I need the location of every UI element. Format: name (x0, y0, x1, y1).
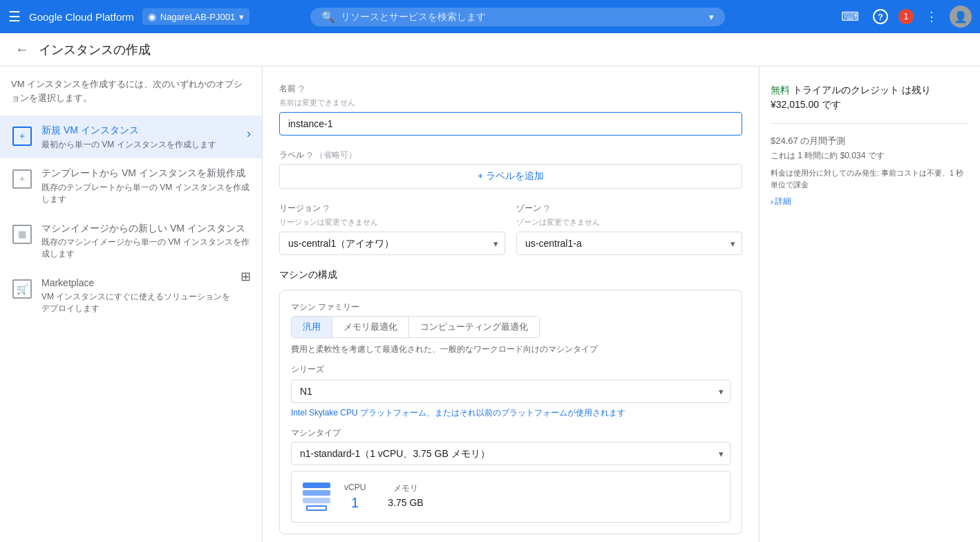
machine-type-preview: vCPU 1 メモリ 3.75 GB (291, 471, 731, 523)
machine-type-select[interactable]: n1-standard-1（1 vCPU、3.75 GB メモリ） (291, 442, 731, 465)
cloud-shell-button[interactable]: ⌨ (838, 4, 863, 29)
search-input[interactable] (341, 11, 704, 22)
sidebar-item-from-image-title: マシンイメージからの新しい VM インスタンス (41, 222, 251, 236)
machine-config-card: マシン ファミリー 汎用 メモリ最適化 コンピューティング最適化 費用と柔軟性を… (279, 290, 742, 534)
sidebar-item-marketplace-content: Marketplace VM インスタンスにすぐに使えるソリューションをデプロイ… (41, 277, 232, 315)
sidebar-item-from-template-content: テンプレートから VM インスタンスを新規作成 既存のテンプレートから単一の V… (41, 167, 251, 205)
machine-type-label: マシンタイプ (291, 427, 731, 439)
machine-icon (303, 483, 330, 511)
sidebar-intro-text: VM インスタンスを作成するには、次のいずれかのオプションを選択します。 (0, 77, 262, 115)
sidebar-item-new-vm-icon: ＋ (11, 125, 33, 147)
more-options-button[interactable]: ⋮ (919, 4, 944, 29)
project-selector[interactable]: ◉ NagareLAB-PJ001 ▾ (142, 8, 249, 25)
tab-hint: 費用と柔軟性を考慮して最適化された、一般的なワークロード向けのマシンタイプ (291, 344, 731, 355)
top-navigation: ☰ Google Cloud Platform ◉ NagareLAB-PJ00… (0, 0, 980, 33)
pricing-suffix: です (822, 99, 841, 110)
more-options-icon: ⋮ (925, 9, 938, 24)
add-label-button[interactable]: + ラベルを追加 (279, 164, 742, 189)
cloud-shell-icon: ⌨ (841, 9, 859, 24)
project-icon: ◉ (148, 11, 156, 22)
sidebar-item-from-image-desc: 既存のマシンイメージから単一の VM インスタンスを作成します (41, 236, 251, 260)
free-label: 無料 (771, 84, 790, 95)
main-form: 名前 ? 名前は変更できません ラベル ? （省略可） + ラベルを追加 リージ… (263, 66, 759, 542)
sidebar: VM インスタンスを作成するには、次のいずれかのオプションを選択します。 ＋ 新… (0, 66, 263, 542)
project-name: NagareLAB-PJ001 (160, 12, 235, 22)
sidebar-item-marketplace-desc: VM インスタンスにすぐに使えるソリューションをデプロイします (41, 291, 232, 315)
sidebar-item-marketplace-icon: 🛒 (11, 278, 33, 300)
region-field: リージョン ? リージョンは変更できません us-central1（アイオワ） (279, 203, 505, 255)
machine-type-select-wrapper: n1-standard-1（1 vCPU、3.75 GB メモリ） (291, 442, 731, 465)
zone-select-wrapper: us-central1-a (516, 232, 742, 255)
avatar-icon: 👤 (954, 10, 968, 24)
name-section: 名前 ? 名前は変更できません (279, 83, 742, 136)
series-select[interactable]: N1 (291, 380, 731, 403)
pricing-hourly: これは 1 時間に約 $0.034 です (771, 150, 969, 162)
region-zone-section: リージョン ? リージョンは変更できません us-central1（アイオワ） … (279, 203, 742, 255)
pricing-title: 無料 トライアルのクレジット は残り ¥32,015.00 です (771, 83, 969, 112)
zone-field: ゾーン ? ゾーンは変更できません us-central1-a (516, 203, 742, 255)
sidebar-item-new-vm-desc: 最初から単一の VM インスタンスを作成します (41, 139, 238, 151)
back-icon: ← (15, 41, 29, 57)
sidebar-item-new-vm-content: 新規 VM インスタンス 最初から単一の VM インスタンスを作成します (41, 124, 238, 150)
region-help-icon[interactable]: ? (323, 203, 329, 214)
region-select-wrapper: us-central1（アイオワ） (279, 232, 505, 255)
memory-spec: メモリ 3.75 GB (388, 483, 423, 511)
label-label: ラベル ? （省略可） (279, 149, 742, 161)
sidebar-item-from-image[interactable]: ▦ マシンイメージからの新しい VM インスタンス 既存のマシンイメージから単一… (0, 214, 262, 268)
sidebar-item-from-image-icon: ▦ (11, 223, 33, 245)
zone-label: ゾーン (516, 203, 541, 214)
help-icon: ? (873, 9, 888, 24)
sidebar-item-new-vm[interactable]: ＋ 新規 VM インスタンス 最初から単一の VM インスタンスを作成します › (0, 115, 262, 158)
tab-compute[interactable]: コンピューティング最適化 (409, 317, 539, 337)
pricing-detail-link[interactable]: › 詳細 (771, 196, 969, 207)
label-help-icon[interactable]: ? (307, 150, 312, 161)
pricing-sidebar: 無料 トライアルのクレジット は残り ¥32,015.00 です $24.67 … (759, 66, 980, 542)
series-select-wrapper: N1 (291, 380, 731, 403)
pricing-amount: ¥32,015.00 (771, 99, 819, 110)
import-icon: ⊞ (241, 269, 251, 284)
help-button[interactable]: ? (868, 4, 893, 29)
region-select[interactable]: us-central1（アイオワ） (279, 232, 505, 255)
back-button[interactable]: ← (11, 39, 33, 61)
search-chevron-icon: ▾ (709, 12, 714, 22)
nav-icons: ⌨ ? 1 ⋮ 👤 (838, 4, 972, 29)
sidebar-item-from-image-content: マシンイメージからの新しい VM インスタンス 既存のマシンイメージから単一の … (41, 222, 251, 260)
series-hint: Intel Skylake CPU プラットフォーム、またはそれ以前のプラットフ… (291, 407, 731, 419)
sidebar-item-from-template[interactable]: ＋ テンプレートから VM インスタンスを新規作成 既存のテンプレートから単一の… (0, 158, 262, 213)
hamburger-menu[interactable]: ☰ (8, 8, 21, 25)
vcpu-spec: vCPU 1 (344, 483, 366, 511)
user-avatar[interactable]: 👤 (950, 6, 972, 28)
name-help-icon[interactable]: ? (299, 84, 304, 95)
name-input[interactable] (279, 112, 742, 136)
label-section: ラベル ? （省略可） + ラベルを追加 (279, 149, 742, 189)
pricing-monthly: $24.67 の月間予測 (771, 135, 969, 147)
detail-label: 詳細 (775, 196, 791, 207)
trial-text: トライアルのクレジット (793, 84, 899, 95)
region-label: リージョン (279, 203, 321, 214)
zone-help-icon[interactable]: ? (544, 203, 549, 214)
search-bar[interactable]: 🔍 ▾ (310, 8, 725, 26)
region-sublabel: リージョンは変更できません (279, 217, 505, 227)
search-icon: 🔍 (321, 10, 335, 24)
zone-select[interactable]: us-central1-a (516, 232, 742, 255)
pricing-note: 料金は使用分に対してのみ発生: 事前コストは不要、1 秒単位で課金 (771, 167, 969, 190)
tab-general[interactable]: 汎用 (292, 317, 332, 337)
sidebar-item-marketplace-title: Marketplace (41, 277, 232, 290)
machine-family-tabs: 汎用 メモリ最適化 コンピューティング最適化 (291, 316, 540, 338)
sidebar-item-new-vm-chevron: › (247, 127, 251, 141)
brand-name: Google Cloud Platform (29, 11, 134, 23)
pricing-divider (771, 123, 969, 124)
project-chevron-icon: ▾ (239, 12, 244, 22)
sidebar-item-marketplace[interactable]: 🛒 Marketplace VM インスタンスにすぐに使えるソリューションをデプ… (0, 268, 262, 323)
sidebar-item-from-template-desc: 既存のテンプレートから単一の VM インスタンスを作成します (41, 182, 251, 205)
sidebar-item-from-template-title: テンプレートから VM インスタンスを新規作成 (41, 167, 251, 180)
name-label: 名前 ? (279, 83, 742, 95)
main-layout: VM インスタンスを作成するには、次のいずれかのオプションを選択します。 ＋ 新… (0, 66, 980, 542)
page-title: インスタンスの作成 (39, 41, 151, 58)
machine-config-title: マシンの構成 (279, 269, 742, 281)
tab-memory[interactable]: メモリ最適化 (332, 317, 409, 337)
sidebar-item-new-vm-title: 新規 VM インスタンス (41, 124, 238, 138)
remaining-text: は残り (902, 84, 931, 95)
notification-badge[interactable]: 1 (898, 9, 914, 24)
secondary-navigation: ← インスタンスの作成 (0, 33, 980, 66)
